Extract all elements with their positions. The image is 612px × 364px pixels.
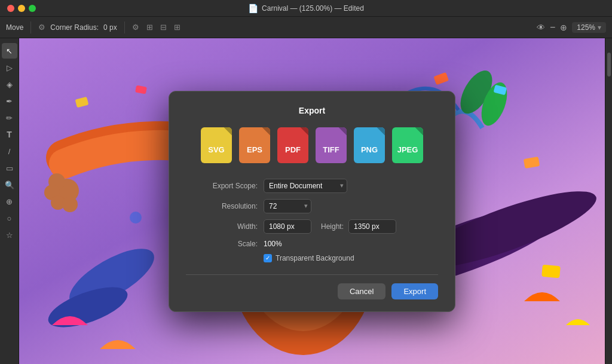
width-input[interactable]	[264, 219, 311, 234]
resolution-row: Resolution: 72	[192, 199, 432, 213]
move-label: Move	[6, 23, 23, 32]
dialog-title: Export	[186, 106, 438, 115]
scale-value: 100%	[264, 240, 282, 248]
tool-node-btn[interactable]: ◈	[2, 77, 17, 92]
format-png[interactable]: PNG	[354, 127, 385, 164]
tool-eyedropper-btn[interactable]: ⊕	[2, 194, 17, 209]
zoom-value: 125%	[577, 23, 595, 32]
title-text: Carnival — (125.00%) — Edited	[262, 4, 364, 13]
dimensions-row: Width: Height:	[192, 219, 432, 234]
png-icon: PNG	[354, 127, 385, 163]
transparent-bg-row: ✓ Transparent Background	[192, 254, 432, 262]
format-jpeg[interactable]: JPEG	[392, 127, 423, 164]
toolbar-right: 👁 − ⊕ 125% ▾	[537, 22, 606, 33]
minimize-button[interactable]	[18, 5, 25, 12]
png-label: PNG	[361, 145, 378, 154]
height-label: Height:	[321, 222, 344, 231]
tool-arrow-btn[interactable]: ▷	[2, 60, 17, 75]
export-scope-label: Export Scope:	[192, 182, 258, 190]
gear-icon: ⚙	[38, 23, 45, 32]
form-section: Export Scope: Entire Document Resolution…	[186, 179, 438, 262]
toolbar: Move ⚙ Corner Radius: 0 px ⚙ ⊞ ⊟ ⊞ 👁 − ⊕…	[0, 17, 612, 38]
corner-radius-label: Corner Radius:	[50, 23, 99, 32]
tiff-label: TIFF	[323, 145, 339, 154]
export-scope-row: Export Scope: Entire Document	[192, 179, 432, 193]
corner-radius-setting: ⚙ Corner Radius: 0 px	[38, 23, 117, 32]
width-item	[264, 219, 311, 234]
window-title: 📄 Carnival — (125.00%) — Edited	[248, 4, 364, 13]
export-dialog: Export SVG EPS	[169, 91, 455, 312]
tool-pencil-btn[interactable]: ✏	[2, 110, 17, 126]
height-input[interactable]	[348, 219, 396, 234]
jpeg-icon: JPEG	[392, 127, 423, 163]
jpeg-label: JPEG	[397, 145, 418, 154]
corner-radius-value: 0 px	[103, 23, 117, 32]
tiff-icon: TIFF	[316, 127, 347, 163]
pdf-label: PDF	[285, 145, 301, 154]
dialog-overlay: Export SVG EPS	[19, 38, 605, 364]
export-scope-select[interactable]: Entire Document	[264, 179, 347, 193]
format-icons: SVG EPS PDF	[186, 127, 438, 164]
eps-icon: EPS	[239, 127, 270, 163]
canvas-content: Export SVG EPS	[19, 38, 605, 364]
svg-icon: SVG	[201, 127, 232, 163]
transparent-bg-checkbox[interactable]: ✓	[264, 254, 272, 262]
zoom-dropdown-icon: ▾	[598, 23, 601, 32]
zoom-display[interactable]: 125% ▾	[572, 22, 606, 33]
resolution-label: Resolution:	[192, 202, 258, 210]
toolbar-divider	[30, 22, 31, 33]
tool-line-btn[interactable]: /	[2, 143, 17, 159]
title-bar: 📄 Carnival — (125.00%) — Edited	[0, 0, 612, 17]
canvas-area: Export SVG EPS	[19, 38, 605, 364]
format-pdf[interactable]: PDF	[277, 127, 308, 164]
zoom-in-icon[interactable]: ⊕	[560, 23, 567, 32]
document-icon: 📄	[248, 4, 258, 13]
export-button[interactable]: Export	[391, 283, 438, 299]
tool-zoom-btn[interactable]: 🔍	[2, 177, 17, 192]
dimensions-group: Height:	[264, 219, 396, 234]
tools-sidebar: ↖ ▷ ◈ ✒ ✏ T / ▭ 🔍 ⊕ ○ ☆	[0, 38, 19, 364]
scale-row: Scale: 100%	[192, 240, 432, 248]
tool-text-btn[interactable]: T	[2, 127, 17, 142]
tool-pen-btn[interactable]: ✒	[2, 93, 17, 109]
scrollbar-thumb[interactable]	[607, 53, 611, 77]
traffic-lights	[7, 5, 36, 12]
checkmark-icon: ✓	[265, 255, 270, 261]
export-scope-select-wrapper[interactable]: Entire Document	[264, 179, 347, 193]
right-scrollbar[interactable]	[605, 38, 612, 364]
tool-circle-btn[interactable]: ○	[2, 210, 17, 226]
width-label: Width:	[192, 222, 258, 231]
maximize-button[interactable]	[29, 5, 36, 12]
cancel-button[interactable]: Cancel	[338, 283, 385, 299]
format-tiff[interactable]: TIFF	[316, 127, 347, 164]
height-item: Height:	[321, 219, 396, 234]
pdf-icon: PDF	[277, 127, 308, 163]
eye-icon[interactable]: 👁	[537, 23, 545, 32]
format-svg[interactable]: SVG	[201, 127, 232, 164]
format-eps[interactable]: EPS	[239, 127, 270, 164]
main-area: ↖ ▷ ◈ ✒ ✏ T / ▭ 🔍 ⊕ ○ ☆	[0, 38, 612, 364]
resolution-select-wrapper[interactable]: 72	[264, 199, 311, 213]
grid-icon[interactable]: ⊞	[174, 23, 180, 32]
settings-icon[interactable]: ⚙	[132, 23, 139, 32]
eps-label: EPS	[247, 145, 262, 154]
tool-rect-btn[interactable]: ▭	[2, 160, 17, 176]
close-button[interactable]	[7, 5, 14, 12]
align-icon[interactable]: ⊞	[146, 23, 153, 32]
svg-label: SVG	[208, 145, 224, 154]
dialog-buttons: Cancel Export	[186, 274, 438, 299]
tool-move[interactable]: Move	[6, 23, 23, 32]
transparent-bg-label[interactable]: ✓ Transparent Background	[264, 254, 354, 262]
transparent-bg-text: Transparent Background	[276, 254, 354, 262]
tool-move-btn[interactable]: ↖	[2, 43, 17, 59]
toolbar-divider-2	[124, 22, 125, 33]
scale-label: Scale:	[192, 240, 258, 248]
zoom-out-icon[interactable]: −	[550, 22, 555, 33]
distribute-icon[interactable]: ⊟	[160, 23, 167, 32]
tool-star-btn[interactable]: ☆	[2, 227, 17, 243]
resolution-select[interactable]: 72	[264, 199, 311, 213]
